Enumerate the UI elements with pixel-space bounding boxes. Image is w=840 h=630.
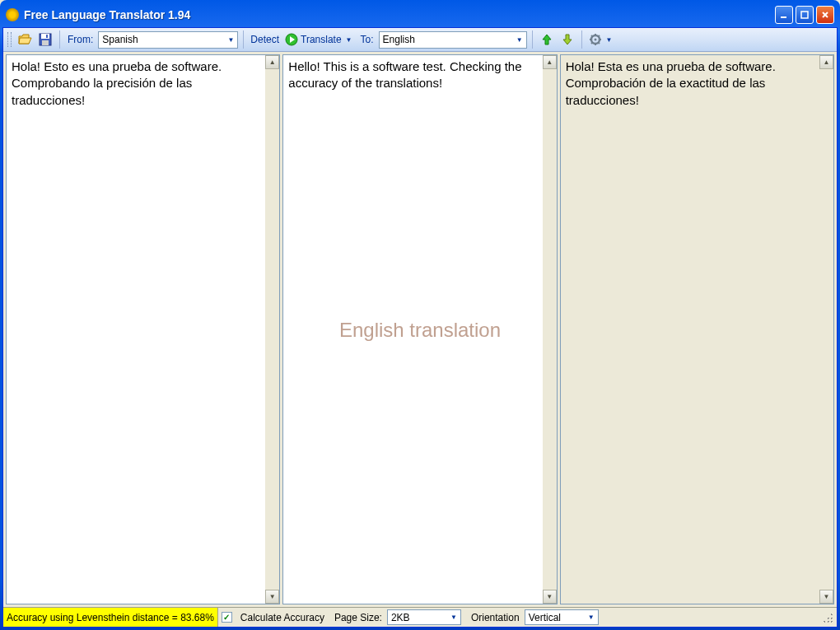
detect-label: Detect [250, 34, 279, 45]
svg-line-16 [598, 35, 600, 37]
svg-rect-5 [46, 35, 48, 38]
translate-label: Translate [301, 34, 342, 45]
scroll-up-button[interactable]: ▲ [543, 55, 557, 69]
settings-button[interactable]: ▼ [587, 33, 616, 46]
svg-rect-0 [781, 16, 786, 18]
close-button[interactable] [816, 6, 834, 24]
accuracy-status: Accuracy using Levensthein distance = 83… [3, 608, 218, 627]
move-down-button[interactable] [558, 30, 576, 49]
svg-rect-3 [41, 34, 49, 39]
open-button[interactable] [16, 30, 34, 49]
chevron-down-icon: ▼ [344, 36, 354, 44]
toolbar-grip[interactable] [7, 32, 12, 47]
window-title: Free Language Translator 1.94 [24, 8, 775, 21]
translation-text[interactable]: Hello! This is a software test. Checking… [283, 55, 542, 604]
translation-pane: Hello! This is a software test. Checking… [282, 54, 557, 604]
back-translation-pane: Hola! Esta es una prueba de software. Co… [560, 54, 834, 604]
detect-button[interactable]: Detect [249, 34, 281, 45]
orientation-select[interactable]: Vertical ▼ [525, 609, 599, 625]
toolbar: From: Spanish ▼ Detect Translate ▼ To: E… [3, 28, 837, 52]
app-window: Free Language Translator 1.94 From: [0, 0, 840, 630]
separator [581, 30, 582, 49]
separator [243, 30, 244, 49]
calculate-accuracy-label: Calculate Accuracy [236, 612, 329, 623]
separator [59, 30, 60, 49]
scroll-down-button[interactable]: ▼ [543, 590, 557, 604]
app-icon [6, 8, 19, 21]
source-pane: Hola! Esto es una prueba de software. Co… [6, 54, 280, 604]
content-area: Hola! Esto es una prueba de software. Co… [3, 52, 837, 607]
save-button[interactable] [36, 30, 54, 49]
from-label: From: [65, 34, 96, 45]
from-language-select[interactable]: Spanish ▼ [98, 31, 238, 49]
svg-rect-1 [801, 12, 808, 18]
titlebar[interactable]: Free Language Translator 1.94 [2, 2, 838, 27]
orientation-label: Orientation [466, 612, 525, 623]
move-up-button[interactable] [538, 30, 556, 49]
chevron-down-icon: ▼ [226, 36, 236, 44]
statusbar: Accuracy using Levensthein distance = 83… [3, 607, 837, 627]
minimize-button[interactable] [775, 6, 793, 24]
chevron-down-icon: ▼ [449, 614, 459, 621]
page-size-value: 2KB [391, 612, 449, 623]
source-text[interactable]: Hola! Esto es una prueba de software. Co… [7, 55, 265, 604]
to-language-select[interactable]: English ▼ [379, 31, 527, 49]
scrollbar[interactable]: ▲ ▼ [543, 55, 557, 604]
page-size-select[interactable]: 2KB ▼ [387, 609, 461, 625]
svg-rect-4 [42, 40, 49, 45]
to-language-value: English [383, 34, 515, 45]
to-label: To: [358, 34, 376, 45]
scroll-down-button[interactable]: ▼ [265, 590, 279, 604]
from-language-value: Spanish [102, 34, 226, 45]
svg-line-13 [591, 35, 593, 37]
page-size-label: Page Size: [329, 612, 387, 623]
gear-icon [589, 33, 602, 46]
scrollbar[interactable]: ▲ ▼ [819, 55, 833, 604]
back-translation-text[interactable]: Hola! Esta es una prueba de software. Co… [561, 55, 819, 604]
client-area: From: Spanish ▼ Detect Translate ▼ To: E… [2, 27, 838, 628]
resize-grip[interactable] [820, 610, 835, 625]
translate-button[interactable]: Translate ▼ [283, 33, 356, 46]
chevron-down-icon: ▼ [586, 614, 596, 621]
separator [532, 30, 533, 49]
chevron-down-icon: ▼ [515, 36, 525, 44]
svg-line-14 [598, 43, 600, 44]
scroll-up-button[interactable]: ▲ [819, 55, 833, 69]
scrollbar[interactable]: ▲ ▼ [265, 55, 279, 604]
scroll-down-button[interactable]: ▼ [819, 590, 833, 604]
maximize-button[interactable] [796, 6, 814, 24]
chevron-down-icon: ▼ [604, 36, 614, 44]
orientation-value: Vertical [529, 612, 586, 623]
scroll-up-button[interactable]: ▲ [265, 55, 279, 69]
svg-point-8 [594, 39, 596, 41]
play-icon [285, 33, 298, 46]
svg-line-15 [591, 43, 593, 44]
calculate-accuracy-checkbox[interactable]: ✓ [222, 612, 232, 623]
